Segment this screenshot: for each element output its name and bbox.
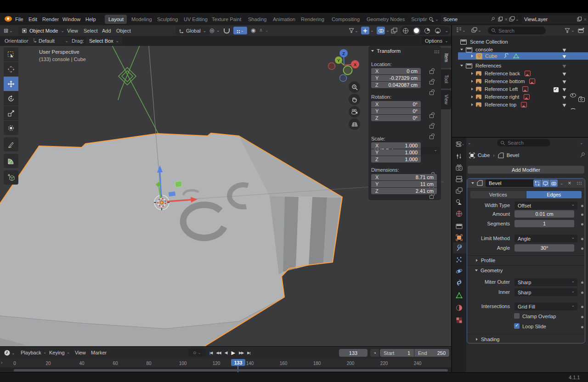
outliner-filter-icon[interactable]	[564, 28, 571, 34]
lock-rotation-z-icon[interactable]	[430, 135, 434, 139]
autokey-chevron[interactable]: ⌄	[198, 350, 201, 355]
animate-dot[interactable]	[581, 247, 583, 250]
tab-material[interactable]	[456, 304, 463, 311]
tab-geometry-nodes[interactable]: Geometry Nodes	[367, 17, 405, 22]
outliner-row-cube[interactable]: ▽ Cube	[471, 52, 563, 60]
gizmo-chevron[interactable]: ⌄	[370, 28, 374, 33]
pan-button[interactable]	[349, 94, 360, 105]
affect-edges-button[interactable]: Edges	[526, 191, 582, 198]
sidebar-tab-tool[interactable]: Tool	[441, 69, 451, 89]
location-x-field[interactable]: X0 cm	[371, 68, 421, 74]
menu-keying[interactable]: Keying	[49, 350, 70, 355]
separator-timeline[interactable]	[0, 346, 451, 347]
outliner-row-scene-collection[interactable]: Scene Collection	[460, 38, 587, 45]
expand-icon[interactable]	[471, 55, 473, 57]
menu-window[interactable]: Window	[62, 17, 80, 22]
tab-animation[interactable]: Animation	[273, 17, 295, 22]
toggle-render-display[interactable]	[550, 180, 558, 187]
tab-physics[interactable]	[456, 268, 463, 275]
menu-edit[interactable]: Edit	[28, 17, 37, 22]
expand-icon[interactable]	[471, 72, 473, 75]
toggle-edit-mode-display[interactable]	[533, 180, 541, 187]
timeline-editor-type[interactable]: ⌄	[4, 349, 15, 356]
outliner-filter-id-type[interactable]: ⌄	[471, 27, 481, 33]
scale-z-field[interactable]: Z1.000	[371, 156, 421, 163]
shading-chevron[interactable]: ⌄	[445, 28, 448, 33]
outliner-row-reference-right[interactable]: Reference right	[471, 93, 563, 101]
rotation-x-field[interactable]: X0°	[371, 101, 421, 107]
lock-location-z-icon[interactable]	[430, 91, 434, 95]
outliner-row-reference-left[interactable]: Reference Left	[471, 85, 563, 93]
miter-outer-dropdown[interactable]: Sharp	[514, 278, 577, 286]
tab-uv-editing[interactable]: UV Editing	[184, 17, 208, 22]
options-button[interactable]: Options ⌄	[422, 37, 451, 45]
angle-field[interactable]: 30°	[514, 244, 574, 252]
perspective-toggle-button[interactable]	[349, 118, 360, 130]
animate-dot[interactable]	[581, 326, 583, 328]
tool-transform[interactable]	[4, 121, 18, 135]
location-y-field[interactable]: Y-0.27329 cm	[371, 75, 421, 81]
segments-field[interactable]: 1	[514, 220, 574, 227]
lock-location-x-icon[interactable]	[430, 70, 434, 74]
menu-view[interactable]: View	[67, 28, 78, 34]
properties-options-chevron[interactable]: ⌄	[580, 140, 583, 145]
animate-dot[interactable]	[581, 306, 583, 308]
tool-add-cube[interactable]	[4, 170, 18, 185]
editor-type-button[interactable]: ⊞⌄	[4, 27, 13, 34]
menu-object[interactable]: Object	[116, 28, 131, 34]
tool-select-box[interactable]	[4, 47, 18, 62]
limit-method-dropdown[interactable]: Angle	[514, 235, 577, 242]
zoom-button[interactable]	[349, 81, 360, 93]
animate-dot[interactable]	[581, 223, 583, 225]
tab-modeling[interactable]: Modeling	[131, 17, 152, 22]
copy-icon[interactable]	[498, 17, 503, 22]
intersections-dropdown[interactable]: Grid Fill	[514, 303, 577, 310]
menu-add[interactable]: Add	[102, 28, 111, 34]
console-hide-icon[interactable]	[570, 93, 576, 97]
tool-move-active[interactable]	[4, 77, 18, 91]
xray-toggle-icon[interactable]	[391, 28, 398, 34]
tab-shading[interactable]: Shading	[248, 17, 266, 22]
tab-output[interactable]	[456, 176, 463, 183]
scale-y-field[interactable]: Y1.000	[371, 149, 421, 156]
width-type-dropdown[interactable]: Offset	[514, 202, 577, 209]
menu-render[interactable]: Render	[42, 17, 59, 22]
new-collection-icon[interactable]	[578, 27, 585, 34]
mode-dropdown[interactable]: Object Mode ⌄	[18, 26, 68, 35]
outliner-row-references[interactable]: References	[460, 62, 587, 69]
animate-dot[interactable]	[581, 281, 583, 284]
shading-material-icon[interactable]	[424, 28, 430, 34]
outliner-filter-chevron[interactable]: ⌄	[571, 28, 575, 33]
outliner-row-reference-top[interactable]: Reference top	[471, 101, 563, 108]
tab-constraints[interactable]	[456, 279, 463, 286]
tab-tool[interactable]	[456, 153, 463, 160]
tool-scale[interactable]	[4, 106, 18, 120]
affect-vertices-button[interactable]: Vertices	[470, 191, 526, 198]
dimensions-x-field[interactable]: X8.71 cm	[371, 174, 437, 180]
orientation-default-dropdown[interactable]: Default ⌄	[28, 37, 72, 45]
menu-file[interactable]: File	[15, 17, 23, 22]
tab-layout[interactable]: Layout	[108, 17, 124, 22]
frame-start-field[interactable]: Start 1	[380, 349, 414, 357]
menu-view-timeline[interactable]: View	[75, 350, 86, 355]
viewlayer-field[interactable]: ViewLayer ×	[522, 15, 588, 23]
expand-icon[interactable]	[460, 49, 463, 51]
tab-texture[interactable]	[456, 317, 463, 324]
jump-to-end-button[interactable]: ▶|	[247, 351, 250, 355]
scale-x-field[interactable]: X1.000	[371, 142, 421, 149]
add-modifier-button[interactable]: + Add Modifier	[468, 166, 584, 174]
dimensions-z-field[interactable]: Z2.41 cm	[371, 188, 437, 194]
location-z-field[interactable]: Z0.042087 cm	[371, 82, 421, 88]
object-breadcrumb-icon[interactable]	[469, 152, 475, 158]
modifier-name-field[interactable]: Bevel	[486, 180, 538, 187]
pin-id-icon[interactable]	[580, 152, 585, 158]
camera-view-button[interactable]	[349, 106, 360, 118]
geometry-subpanel-header[interactable]: Geometry	[475, 267, 503, 274]
tab-view-layer[interactable]	[456, 187, 463, 194]
scene-field[interactable]: Scene ×	[441, 15, 510, 23]
outliner-search-box[interactable]: Search	[488, 27, 546, 34]
expand-icon[interactable]	[471, 88, 473, 90]
outliner-row-reference-bottom[interactable]: Reference bottom	[471, 78, 563, 85]
tab-compositing[interactable]: Compositing	[332, 17, 360, 22]
tab-particles[interactable]	[456, 256, 463, 263]
